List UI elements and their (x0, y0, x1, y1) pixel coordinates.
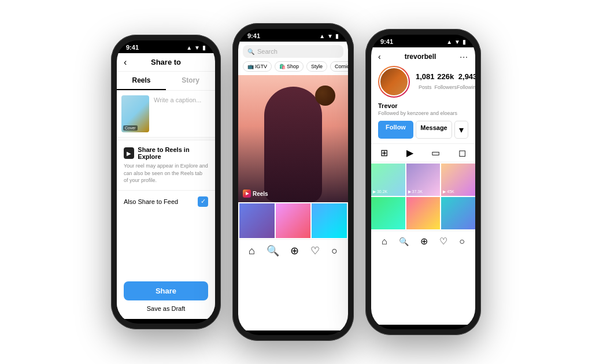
cat-shop[interactable]: 🛍️ Shop (275, 61, 304, 72)
nav-add-2[interactable]: ⊕ (290, 244, 299, 257)
cat-style[interactable]: Style (306, 61, 327, 72)
reels-option-icon: ▶ (124, 147, 134, 159)
main-video: ▶ Reels (238, 75, 348, 202)
action-row: Follow Message ▾ (371, 121, 475, 143)
grid-post-4[interactable] (371, 197, 405, 229)
following-count: 2,943 (457, 72, 475, 81)
cover-label: Cover (123, 125, 138, 131)
video-person (238, 75, 348, 202)
full-name: Trevor (371, 102, 475, 110)
dropdown-button[interactable]: ▾ (454, 121, 468, 139)
profile-grid: ▶ 30.2K ▶ 37.3K ▶ 45K (371, 164, 475, 231)
grid-item-2[interactable] (276, 203, 311, 238)
nav-search-2[interactable]: 🔍 (267, 244, 279, 257)
followed-by: Followed by kenzoere and eloears (371, 110, 475, 121)
nav-profile-3[interactable]: ○ (459, 236, 465, 247)
scene: 9:41 ▲ ▼ ▮ ‹ Share to Reels Story (0, 0, 592, 364)
also-share-label: Also Share to Feed (124, 198, 178, 205)
header-title: Share to (151, 58, 181, 66)
reels-label: ▶ Reels (243, 190, 268, 198)
search-input[interactable]: Search (257, 48, 278, 55)
status-time-1: 9:41 (126, 44, 139, 51)
search-bar[interactable]: 🔍 Search (243, 45, 343, 58)
stat-posts: 1,081 Posts (416, 72, 435, 91)
profile-stats: 1,081 Posts 226k Followers 2,943 Followi… (416, 72, 475, 91)
nav-search-3[interactable]: 🔍 (399, 237, 409, 246)
video-thumbnail: Cover (121, 95, 149, 132)
back-button-3[interactable]: ‹ (378, 52, 381, 61)
share-header: ‹ Share to (117, 53, 215, 72)
reels-view-icon[interactable]: ▶ (406, 147, 413, 158)
posts-count: 1,081 (416, 72, 435, 81)
play-count-2: ▶ 37.3K (408, 190, 423, 194)
igtv-view-icon[interactable]: ▭ (431, 147, 440, 158)
phone-explore: 9:41 ▲ ▼ ▮ 🔍 Search 📺 IGTV 🛍️ Shop Style (232, 23, 354, 341)
nav-heart-3[interactable]: ♡ (439, 236, 447, 247)
followers-label: Followers (435, 84, 457, 90)
grid-post-1[interactable]: ▶ 30.2K (371, 164, 405, 196)
nav-heart-2[interactable]: ♡ (310, 244, 320, 257)
grid-post-6[interactable] (441, 197, 475, 229)
cat-comics[interactable]: Comics (330, 61, 348, 72)
tab-reels[interactable]: Reels (117, 72, 166, 90)
profile-header: ‹ trevorbell ··· (371, 47, 475, 66)
wifi-icon-3: ▼ (454, 39, 460, 45)
reels-explore-option: ▶ Share to Reels in Explore Your reel ma… (117, 140, 215, 190)
nav-home-2[interactable]: ⌂ (249, 245, 255, 257)
nav-profile-2[interactable]: ○ (331, 245, 338, 257)
battery-icon-2: ▮ (335, 33, 339, 39)
status-time-3: 9:41 (380, 38, 393, 45)
signal-icon-2: ▲ (319, 33, 325, 39)
phone-share: 9:41 ▲ ▼ ▮ ‹ Share to Reels Story (111, 35, 221, 329)
reels-text: Reels (253, 191, 268, 197)
person-body (264, 87, 322, 202)
following-label: Following (457, 84, 475, 90)
signal-icon-3: ▲ (446, 39, 452, 45)
phone-profile: 9:41 ▲ ▼ ▮ ‹ trevorbell ··· (365, 29, 481, 335)
also-share-row: Also Share to Feed ✓ (117, 190, 215, 213)
categories-row: 📺 IGTV 🛍️ Shop Style Comics TV & Mo... (238, 61, 348, 75)
reels-icon: ▶ (243, 190, 251, 198)
save-draft-button[interactable]: Save as Draft (124, 305, 208, 312)
option-desc: Your reel may appear in Explore and can … (124, 162, 208, 184)
stat-followers: 226k Followers (435, 72, 457, 91)
username: trevorbell (405, 53, 436, 61)
search-icon: 🔍 (247, 49, 254, 55)
share-button[interactable]: Share (124, 281, 208, 300)
content-type-nav: ⊞ ▶ ▭ ◻ (371, 143, 475, 162)
follow-button[interactable]: Follow (378, 121, 413, 139)
tab-story[interactable]: Story (166, 72, 215, 90)
battery-icon-3: ▮ (462, 39, 466, 45)
bottom-nav-2: ⌂ 🔍 ⊕ ♡ ○ (238, 239, 348, 262)
profile-row: 1,081 Posts 226k Followers 2,943 Followi… (371, 66, 475, 102)
share-footer: Share Save as Draft (117, 274, 215, 319)
battery-icon-1: ▮ (202, 44, 206, 51)
nav-add-3[interactable]: ⊕ (420, 236, 428, 247)
share-feed-checkbox[interactable]: ✓ (198, 196, 208, 207)
explore-grid (238, 202, 348, 239)
grid-item-1[interactable] (239, 203, 275, 238)
grid-item-3[interactable] (312, 203, 347, 238)
message-button[interactable]: Message (416, 121, 452, 139)
option-title: Share to Reels in Explore (138, 146, 208, 160)
basketball (315, 86, 335, 106)
bottom-nav-3: ⌂ 🔍 ⊕ ♡ ○ (371, 231, 475, 251)
grid-post-2[interactable]: ▶ 37.3K (406, 164, 441, 196)
more-options[interactable]: ··· (460, 52, 468, 61)
avatar-ring (378, 66, 410, 98)
grid-view-icon[interactable]: ⊞ (380, 147, 388, 158)
share-tabs: Reels Story (117, 72, 215, 91)
tagged-view-icon[interactable]: ◻ (458, 147, 466, 158)
cat-igtv[interactable]: 📺 IGTV (243, 61, 272, 72)
grid-post-3[interactable]: ▶ 45K (441, 164, 475, 196)
back-button[interactable]: ‹ (124, 57, 127, 68)
caption-input[interactable]: Write a caption... (154, 95, 210, 103)
signal-icon-1: ▲ (186, 44, 192, 51)
stat-following: 2,943 Following (457, 72, 475, 91)
avatar (379, 67, 409, 96)
wifi-icon-1: ▼ (194, 44, 200, 51)
play-count-3: ▶ 45K (443, 190, 454, 194)
play-count-1: ▶ 30.2K (373, 190, 387, 194)
grid-post-5[interactable] (406, 197, 441, 229)
nav-home-3[interactable]: ⌂ (382, 236, 387, 247)
